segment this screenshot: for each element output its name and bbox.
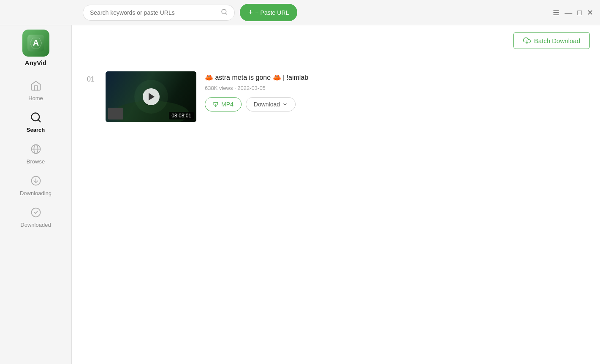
- search-area: + + Paste URL: [83, 4, 553, 21]
- sidebar-item-browse[interactable]: Browse: [0, 138, 71, 170]
- duration-badge: 08:08:01: [169, 112, 194, 120]
- paste-url-button[interactable]: + + Paste URL: [240, 4, 297, 21]
- video-thumbnail[interactable]: 08:08:01: [106, 71, 196, 122]
- main-content: Batch Download 01: [72, 25, 600, 364]
- batch-download-button[interactable]: Batch Download: [513, 32, 590, 49]
- video-info: 🦀 astra meta is gone 🦀 | !aimlab 638K vi…: [205, 71, 587, 111]
- svg-line-1: [225, 13, 227, 14]
- downloading-icon: [30, 175, 42, 188]
- download-button[interactable]: Download: [246, 97, 296, 111]
- close-button[interactable]: ✕: [587, 9, 593, 16]
- corner-preview: [108, 108, 123, 120]
- video-number: 01: [84, 71, 97, 83]
- sidebar-item-downloaded[interactable]: Downloaded: [0, 201, 71, 233]
- sidebar-item-search[interactable]: Search: [0, 106, 71, 138]
- video-views: 638K views: [205, 85, 233, 91]
- search-icon: [221, 8, 228, 17]
- sidebar-item-browse-label: Browse: [27, 158, 45, 165]
- maximize-button[interactable]: □: [577, 9, 582, 16]
- minimize-button[interactable]: —: [565, 9, 572, 16]
- menu-icon[interactable]: ☰: [553, 9, 559, 16]
- video-actions: MP4 Download: [205, 97, 587, 111]
- globe-icon: [30, 143, 42, 157]
- video-meta: 638K views · 2022-03-05: [205, 85, 587, 91]
- sidebar-item-home-label: Home: [28, 95, 43, 101]
- video-item: 01: [84, 65, 587, 129]
- sidebar: A AnyVid Home Search Browse: [0, 25, 72, 364]
- content-area: 01: [72, 56, 600, 364]
- plus-icon: +: [248, 8, 253, 17]
- top-bar: Batch Download: [72, 25, 600, 56]
- logo-icon: A: [22, 30, 49, 57]
- sidebar-item-search-label: Search: [27, 127, 45, 133]
- video-date: 2022-03-05: [237, 85, 266, 91]
- svg-line-6: [38, 120, 40, 122]
- search-nav-icon: [30, 111, 42, 125]
- sidebar-item-downloading-label: Downloading: [20, 190, 52, 196]
- home-icon: [30, 80, 42, 93]
- app-logo: A AnyVid: [22, 30, 49, 66]
- window-controls: ☰ — □ ✕: [553, 9, 593, 16]
- app-body: A AnyVid Home Search Browse: [0, 25, 600, 364]
- svg-text:A: A: [33, 38, 38, 47]
- play-button-overlay[interactable]: [143, 88, 160, 105]
- search-box[interactable]: [83, 5, 235, 21]
- search-input[interactable]: [90, 9, 217, 16]
- sidebar-item-downloading[interactable]: Downloading: [0, 170, 71, 201]
- sidebar-item-home[interactable]: Home: [0, 75, 71, 106]
- mp4-button[interactable]: MP4: [205, 97, 242, 111]
- sidebar-item-downloaded-label: Downloaded: [20, 222, 51, 228]
- title-bar: + + Paste URL ☰ — □ ✕: [0, 0, 600, 25]
- video-title: 🦀 astra meta is gone 🦀 | !aimlab: [205, 73, 587, 82]
- downloaded-icon: [30, 206, 42, 220]
- app-name: AnyVid: [25, 59, 46, 66]
